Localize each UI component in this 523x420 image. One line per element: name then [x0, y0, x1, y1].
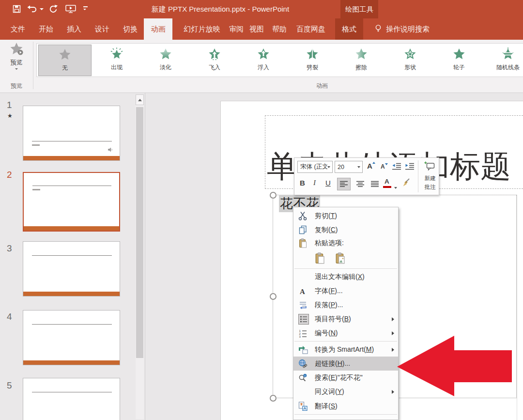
- menu-item-search[interactable]: 搜索(E)"花不花": [293, 371, 398, 385]
- align-left-button[interactable]: [337, 178, 351, 190]
- new-comment-button[interactable]: [424, 161, 435, 172]
- font-color-dropdown[interactable]: [394, 182, 397, 190]
- italic-button[interactable]: I: [313, 179, 316, 187]
- tab-help[interactable]: 帮助: [269, 18, 290, 40]
- powerpoint-window: 新建 PPTX Presentation.pptx - PowerPoint 绘…: [0, 0, 523, 420]
- menu-item-convert-smartart[interactable]: 转换为 SmartArt(M): [293, 342, 398, 357]
- slide-thumbnail-2[interactable]: [23, 172, 120, 232]
- tab-animations[interactable]: 动画: [144, 18, 172, 40]
- slide-number: 4: [7, 311, 12, 322]
- font-color-swatch: [383, 186, 391, 188]
- menu-item-copy[interactable]: 复制(C): [293, 223, 398, 237]
- slide-thumbnail-5[interactable]: [23, 378, 120, 420]
- smartart-icon: [298, 345, 310, 355]
- animation-split[interactable]: 劈裂: [288, 45, 337, 76]
- grow-font-button[interactable]: A: [367, 162, 375, 170]
- translate-icon: [298, 402, 310, 411]
- submenu-arrow-icon: [392, 348, 394, 352]
- tab-file[interactable]: 文件: [7, 18, 29, 40]
- tab-slideshow[interactable]: 幻灯片放映: [178, 18, 226, 40]
- tell-me-search[interactable]: 操作说明搜索: [374, 18, 430, 40]
- align-center-button[interactable]: [354, 178, 367, 190]
- format-painter-button[interactable]: [402, 178, 412, 189]
- preview-group-label: 预览: [0, 82, 33, 90]
- font-name-combo[interactable]: 宋体 (正文: [297, 161, 333, 173]
- preview-button[interactable]: 预览: [3, 42, 30, 78]
- undo-dropdown-icon[interactable]: [40, 8, 44, 10]
- font-size-combo[interactable]: 20: [335, 161, 363, 173]
- scroll-up-button[interactable]: [136, 94, 144, 105]
- submenu-arrow-icon: [392, 390, 394, 394]
- animation-indicator-star-icon[interactable]: ★: [7, 112, 13, 119]
- chevron-down-icon: [357, 166, 360, 168]
- animation-group-label: 动画: [291, 82, 354, 90]
- tab-review[interactable]: 审阅: [226, 18, 247, 40]
- menu-item-numbering[interactable]: 123 编号(N): [293, 326, 398, 340]
- animation-wipe[interactable]: 擦除: [337, 45, 385, 76]
- bullets-icon: [298, 314, 310, 324]
- menu-item-bullets[interactable]: 项目符号(B): [293, 312, 398, 326]
- tab-design[interactable]: 设计: [92, 18, 113, 40]
- resize-handle-middle-left[interactable]: [270, 293, 277, 300]
- tab-transitions[interactable]: 切换: [120, 18, 141, 40]
- star-none-icon: [59, 48, 71, 61]
- star-shape-icon: [404, 47, 416, 60]
- increase-indent-button[interactable]: [405, 162, 415, 171]
- align-right-button[interactable]: [368, 178, 382, 190]
- animation-shape[interactable]: 形状: [386, 45, 434, 76]
- tab-baidu-netdisk[interactable]: 百度网盘: [293, 18, 328, 40]
- chevron-down-icon: [15, 68, 18, 70]
- ribbon-animations: 预览 预览 无 出现 淡化 飞入: [0, 40, 523, 93]
- animation-fade[interactable]: 淡化: [141, 45, 190, 76]
- animation-none[interactable]: 无: [38, 45, 92, 76]
- audio-speaker-icon: [108, 145, 113, 154]
- save-icon[interactable]: [13, 5, 21, 15]
- star-wipe-icon: [355, 47, 368, 60]
- underline-button[interactable]: U: [325, 179, 331, 187]
- menu-item-translate[interactable]: 翻译(S): [293, 399, 398, 413]
- paste-as-picture-icon: [335, 252, 345, 264]
- slide-thumbnail-3[interactable]: [23, 241, 120, 296]
- toolbar-separator: [418, 160, 418, 192]
- submenu-arrow-icon: [392, 317, 394, 321]
- tab-view[interactable]: 视图: [246, 18, 267, 40]
- menu-item-font[interactable]: A 字体(F)...: [293, 284, 398, 298]
- customize-qat-icon[interactable]: [83, 6, 88, 10]
- animation-float-in[interactable]: 浮入: [239, 45, 288, 76]
- animation-random-bars[interactable]: 随机线条: [484, 45, 523, 76]
- animation-appear[interactable]: 出现: [92, 45, 141, 76]
- tab-insert[interactable]: 插入: [63, 18, 85, 40]
- decrease-indent-button[interactable]: [392, 162, 401, 171]
- redo-icon[interactable]: [49, 4, 58, 16]
- decrease-indent-icon: [392, 162, 401, 170]
- undo-icon[interactable]: [27, 5, 37, 15]
- slide-number: 1: [7, 100, 12, 110]
- placeholder-right-edge: [517, 195, 517, 420]
- tab-home[interactable]: 开始: [35, 18, 57, 40]
- mini-toolbar: 宋体 (正文 20 A A 新建 批注 B I U: [294, 157, 439, 195]
- menu-item-synonyms[interactable]: 同义词(Y): [293, 385, 398, 399]
- menu-item-cut[interactable]: 剪切(T): [293, 209, 398, 223]
- animation-wheel[interactable]: 轮子: [435, 45, 483, 76]
- shrink-font-button[interactable]: A: [381, 163, 388, 170]
- thumb-text-marks: [32, 144, 40, 146]
- animation-fly-in[interactable]: 飞入: [190, 45, 239, 76]
- tab-format[interactable]: 格式: [335, 18, 363, 40]
- format-painter-icon: [402, 178, 412, 187]
- bold-button[interactable]: B: [300, 179, 305, 187]
- slideshow-icon[interactable]: [65, 5, 77, 15]
- star-wheel-icon: [453, 47, 465, 60]
- scrollbar-thumb[interactable]: [136, 107, 143, 358]
- slide-thumbnail-1[interactable]: [23, 106, 120, 161]
- svg-text:A: A: [300, 287, 305, 295]
- font-color-button[interactable]: A: [385, 178, 389, 185]
- resize-handle-top-left[interactable]: [270, 192, 277, 199]
- menu-item-paragraph[interactable]: 段落(P)...: [293, 298, 398, 312]
- menu-item-exit-text-edit[interactable]: 退出文本编辑(X): [293, 270, 398, 284]
- menu-item-hyperlink[interactable]: 超链接(H)...: [293, 357, 398, 371]
- slide-thumbnail-4[interactable]: [23, 310, 120, 365]
- paste-keep-formatting-button[interactable]: [313, 251, 326, 265]
- paste-as-picture-button[interactable]: [333, 251, 347, 265]
- resize-handle-bottom-left[interactable]: [270, 395, 277, 402]
- panel-scrollbar[interactable]: [136, 94, 144, 419]
